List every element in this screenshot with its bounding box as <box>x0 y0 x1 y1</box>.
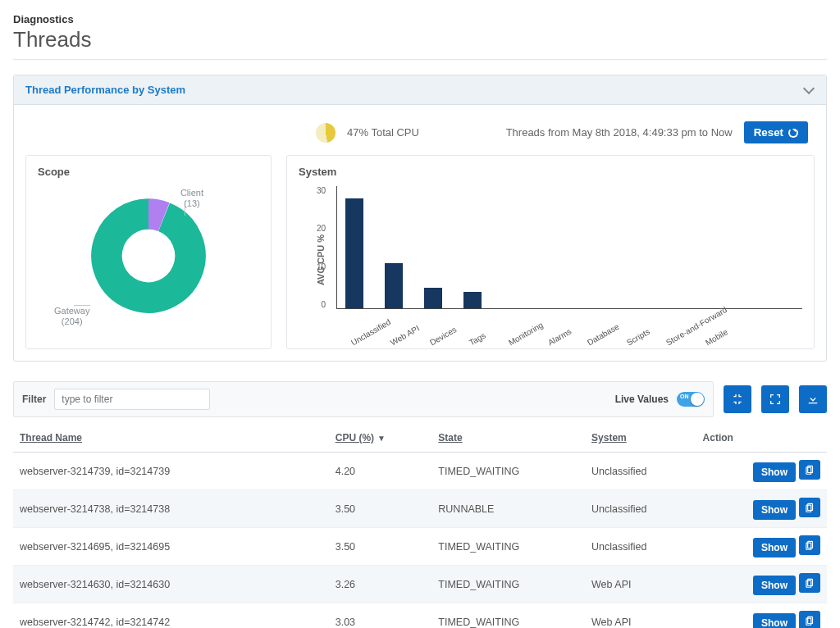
cell-system: Web API <box>585 566 696 603</box>
donut-label-gateway: Gateway (204) <box>54 306 89 327</box>
col-state[interactable]: State <box>431 424 585 453</box>
system-chart-card: System AVG CPU % 3020100 UnclassifiedWeb… <box>286 155 815 349</box>
x-tick-label: Tags <box>468 330 488 348</box>
x-tick-label: Scripts <box>625 330 646 348</box>
copy-button[interactable] <box>799 611 820 628</box>
show-button[interactable]: Show <box>753 462 796 482</box>
x-tick-label: Store-and-Forward <box>664 330 685 348</box>
cell-state: TIMED_WAITING <box>431 528 585 566</box>
refresh-icon <box>788 128 798 138</box>
y-axis-ticks: 3020100 <box>317 186 326 309</box>
clipboard-icon <box>804 577 815 589</box>
system-chart-title: System <box>299 166 802 178</box>
cell-name: webserver-3214738, id=3214738 <box>13 490 329 528</box>
donut-label-client: Client (13) <box>180 188 203 209</box>
breadcrumb: Diagnostics <box>13 13 827 25</box>
cell-state: TIMED_WAITING <box>431 453 585 490</box>
cell-system: Web API <box>585 603 696 629</box>
divider <box>13 59 827 60</box>
download-button[interactable] <box>799 385 827 413</box>
chart-bar[interactable] <box>463 292 482 308</box>
live-values-label: Live Values <box>615 394 669 405</box>
x-axis-labels: UnclassifiedWeb APIDevicesTagsMonitoring… <box>336 330 802 339</box>
cell-system: Unclassified <box>585 528 696 566</box>
live-values-toggle[interactable] <box>677 392 705 407</box>
clipboard-icon <box>804 539 815 551</box>
col-system[interactable]: System <box>585 424 696 453</box>
time-range-text: Threads from May 8th 2018, 4:49:33 pm to… <box>506 126 733 139</box>
cell-system: Unclassified <box>585 490 696 528</box>
cell-name: webserver-3214739, id=3214739 <box>13 453 329 490</box>
table-row: webserver-3214739, id=32147394.20TIMED_W… <box>13 453 827 490</box>
page-title: Threads <box>13 27 827 52</box>
chart-bar[interactable] <box>424 288 442 308</box>
cell-state: TIMED_WAITING <box>431 566 585 603</box>
filter-input[interactable] <box>54 389 210 410</box>
scope-chart-title: Scope <box>38 166 259 178</box>
compact-view-button[interactable] <box>724 385 751 413</box>
x-tick-label: Web API <box>389 330 409 348</box>
clipboard-icon <box>804 615 815 626</box>
sort-desc-icon: ▼ <box>377 434 386 443</box>
clipboard-icon <box>804 502 815 513</box>
col-cpu[interactable]: CPU (%)▼ <box>329 424 432 453</box>
threads-table: Thread Name CPU (%)▼ State System Action… <box>13 424 827 628</box>
x-tick-label: Mobile <box>704 330 724 348</box>
cpu-summary-text: 47% Total CPU <box>347 126 419 139</box>
show-button[interactable]: Show <box>753 576 796 595</box>
table-row: webserver-3214738, id=32147383.50RUNNABL… <box>13 490 827 528</box>
copy-button[interactable] <box>799 573 820 593</box>
cell-name: webserver-3214695, id=3214695 <box>13 528 329 566</box>
cell-name: webserver-3214742, id=3214742 <box>13 603 329 629</box>
chevron-down-icon[interactable] <box>803 84 815 96</box>
col-action: Action <box>696 424 827 453</box>
cpu-gauge-icon <box>316 123 336 143</box>
cell-system: Unclassified <box>585 453 696 490</box>
filter-label: Filter <box>22 394 46 405</box>
col-thread-name[interactable]: Thread Name <box>13 424 329 453</box>
show-button[interactable]: Show <box>753 613 796 628</box>
reset-button-label: Reset <box>754 126 783 139</box>
table-row: webserver-3214695, id=32146953.50TIMED_W… <box>13 528 827 566</box>
svg-point-2 <box>123 230 173 280</box>
table-row: webserver-3214630, id=32146303.26TIMED_W… <box>13 566 827 603</box>
chart-bar[interactable] <box>385 263 403 308</box>
clipboard-icon <box>804 464 815 476</box>
cell-cpu: 3.50 <box>329 528 432 566</box>
copy-button[interactable] <box>799 460 820 480</box>
performance-panel: Thread Performance by System 47% Total C… <box>13 75 827 362</box>
panel-header[interactable]: Thread Performance by System <box>14 75 826 105</box>
cell-cpu: 4.20 <box>329 453 432 490</box>
download-icon <box>806 393 819 406</box>
show-button[interactable]: Show <box>753 500 796 520</box>
reset-button[interactable]: Reset <box>744 121 808 143</box>
x-tick-label: Unclassified <box>349 330 370 348</box>
show-button[interactable]: Show <box>753 538 796 557</box>
x-tick-label: Devices <box>428 330 449 348</box>
system-bar-chart[interactable]: AVG CPU % 3020100 UnclassifiedWeb APIDev… <box>299 186 802 334</box>
copy-button[interactable] <box>799 498 820 517</box>
cell-cpu: 3.03 <box>329 603 432 629</box>
table-row: webserver-3214742, id=32147423.03TIMED_W… <box>13 603 827 629</box>
expand-view-button[interactable] <box>761 385 789 413</box>
x-tick-label: Database <box>586 330 606 348</box>
cell-cpu: 3.26 <box>329 566 432 603</box>
filter-bar: Filter Live Values <box>13 381 714 417</box>
panel-title-link[interactable]: Thread Performance by System <box>25 84 185 96</box>
arrows-in-icon <box>731 393 744 406</box>
cell-cpu: 3.50 <box>329 490 432 528</box>
cell-state: TIMED_WAITING <box>431 603 585 629</box>
scope-chart-card: Scope Client (13) <box>25 155 272 349</box>
x-tick-label: Alarms <box>546 330 567 348</box>
copy-button[interactable] <box>799 535 820 555</box>
x-tick-label: Monitoring <box>507 330 527 348</box>
chart-bar[interactable] <box>345 198 363 308</box>
expand-icon <box>769 393 782 406</box>
cell-state: RUNNABLE <box>431 490 585 528</box>
cell-name: webserver-3214630, id=3214630 <box>13 566 329 603</box>
